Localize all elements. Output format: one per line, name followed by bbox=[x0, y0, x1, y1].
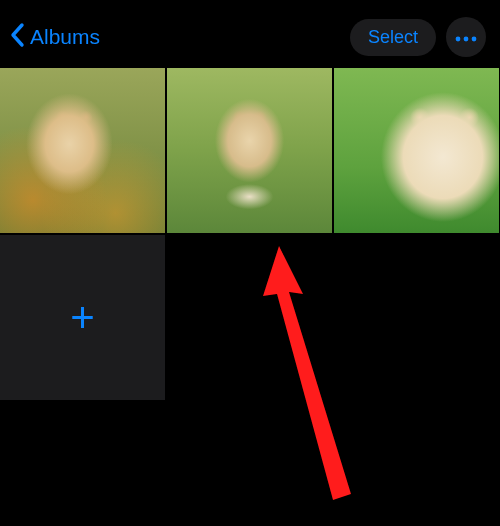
ellipsis-icon bbox=[455, 30, 477, 45]
navigation-bar: Albums Select bbox=[0, 0, 500, 68]
album-thumbnail[interactable] bbox=[334, 68, 499, 233]
svg-point-2 bbox=[472, 36, 477, 41]
back-label: Albums bbox=[30, 25, 100, 49]
plus-icon: + bbox=[70, 294, 95, 342]
album-thumbnail[interactable] bbox=[167, 68, 332, 233]
svg-point-1 bbox=[464, 36, 469, 41]
chevron-left-icon bbox=[8, 21, 28, 53]
back-button[interactable]: Albums bbox=[0, 21, 100, 53]
select-button[interactable]: Select bbox=[350, 19, 436, 56]
albums-grid: + bbox=[0, 68, 500, 400]
more-button[interactable] bbox=[446, 17, 486, 57]
nav-actions: Select bbox=[350, 17, 486, 57]
add-album-button[interactable]: + bbox=[0, 235, 165, 400]
svg-point-0 bbox=[456, 36, 461, 41]
album-thumbnail[interactable] bbox=[0, 68, 165, 233]
